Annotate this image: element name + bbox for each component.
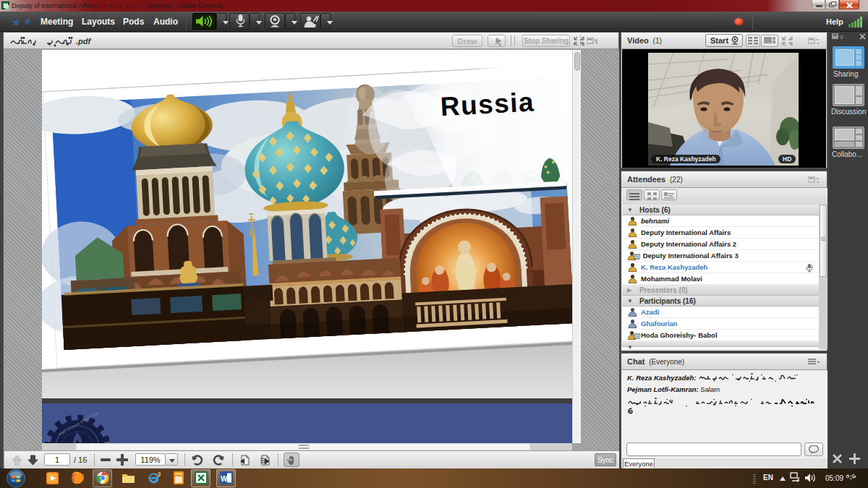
svg-text:W: W <box>221 475 228 483</box>
svg-text:HD: HD <box>783 155 791 163</box>
svg-text:K. Reza Kashyzadeh: K. Reza Kashyzadeh <box>656 155 716 163</box>
svg-text:.pdf: .pdf <box>76 37 91 46</box>
svg-text:Russia: Russia <box>440 87 535 121</box>
